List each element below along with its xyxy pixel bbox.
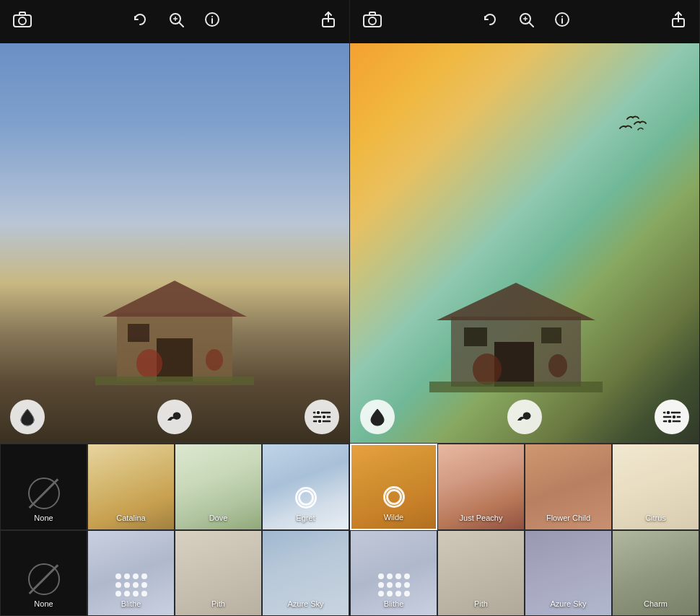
filter-label-wilde: Wilde: [384, 513, 404, 522]
filter-label-pith-right: Pith: [474, 599, 488, 608]
svg-rect-13: [157, 338, 193, 382]
right-panel: Wilde Just Peachy Flower Child Citrus Bl…: [350, 0, 700, 616]
filter-label-none-left-2: None: [34, 599, 53, 608]
svg-line-28: [529, 22, 533, 27]
zoom-icon-left[interactable]: [168, 12, 184, 32]
right-image-area: [350, 43, 699, 443]
ring2: [298, 490, 314, 506]
filter-label-catalina: Catalina: [116, 514, 145, 522]
filter-wilde[interactable]: Wilde: [350, 444, 437, 530]
filter-pith-right[interactable]: Pith: [437, 530, 525, 617]
zoom-icon-right[interactable]: [518, 12, 534, 32]
svg-rect-39: [541, 327, 561, 343]
filter-label-pith-left: Pith: [211, 599, 225, 608]
svg-point-46: [666, 410, 670, 415]
share-icon-left[interactable]: [320, 12, 336, 32]
svg-point-15: [136, 349, 162, 378]
sliders-btn-left[interactable]: [305, 400, 339, 434]
info-icon-left[interactable]: [204, 12, 220, 32]
none-icon-left-2: [28, 563, 60, 595]
right-toolbar-center: [482, 12, 570, 32]
wilde-ring2: [386, 489, 402, 505]
filter-label-azuresky-left: Azure Sky: [287, 599, 323, 608]
svg-point-9: [211, 16, 213, 17]
right-filter-grid: Wilde Just Peachy Flower Child Citrus Bl…: [350, 443, 699, 616]
filter-label-just-peachy: Just Peachy: [460, 514, 503, 522]
barn-svg-right: [429, 270, 603, 392]
filter-label-blithe-left: Blithe: [121, 599, 141, 608]
svg-point-25: [369, 17, 376, 25]
filter-dove[interactable]: Dove: [175, 444, 262, 530]
left-toolbar-center: [132, 12, 220, 32]
filter-catalina[interactable]: Catalina: [87, 444, 175, 530]
filter-azuresky-right[interactable]: Azure Sky: [525, 530, 612, 617]
camera-icon-left[interactable]: [13, 12, 32, 32]
svg-rect-17: [95, 377, 254, 385]
filter-egret[interactable]: Egret: [262, 444, 349, 530]
svg-point-40: [473, 353, 502, 385]
filter-label-azuresky-right: Azure Sky: [550, 599, 586, 608]
svg-rect-14: [128, 324, 149, 342]
filter-none-left-2[interactable]: None: [0, 530, 87, 617]
right-image: [350, 43, 699, 443]
left-image-area: [0, 43, 349, 443]
droplet-btn-right[interactable]: [360, 400, 395, 434]
sliders-btn-right[interactable]: [655, 400, 689, 434]
left-filter-grid: None Catalina Dove Egret None: [0, 443, 349, 616]
camera-icon-right[interactable]: [363, 12, 382, 32]
bird-btn-right[interactable]: [507, 400, 542, 434]
left-toolbar: [0, 0, 349, 43]
filter-none-left-1[interactable]: None: [0, 444, 87, 530]
svg-point-21: [316, 410, 320, 415]
undo-icon-left[interactable]: [132, 12, 148, 32]
filter-label-dove: Dove: [209, 514, 228, 522]
svg-rect-26: [369, 12, 375, 15]
svg-point-41: [548, 354, 567, 377]
svg-point-33: [561, 16, 563, 17]
left-image-controls: [0, 400, 349, 434]
svg-point-23: [318, 419, 322, 423]
undo-icon-right[interactable]: [482, 12, 498, 32]
svg-rect-42: [429, 382, 603, 392]
bird-btn-left[interactable]: [157, 400, 192, 434]
left-image: [0, 43, 349, 443]
right-toolbar: [350, 0, 699, 43]
filter-label-none-left-1: None: [34, 514, 53, 522]
filter-label-flower-child: Flower Child: [546, 514, 590, 522]
filter-label-citrus: Citrus: [645, 514, 666, 522]
filter-flower-child[interactable]: Flower Child: [525, 444, 612, 530]
svg-line-4: [179, 22, 183, 27]
droplet-btn-left[interactable]: [10, 400, 45, 434]
wilde-ring-icon: [381, 484, 407, 510]
filter-charm[interactable]: Charm: [612, 530, 699, 617]
birds-svg: [584, 108, 656, 151]
svg-marker-12: [102, 281, 247, 317]
svg-point-1: [19, 17, 26, 25]
filter-label-blithe-right: Blithe: [384, 599, 404, 608]
filter-citrus[interactable]: Citrus: [612, 444, 699, 530]
info-icon-right[interactable]: [554, 12, 570, 32]
blithe-right-dots: [378, 573, 410, 597]
filter-pith-left[interactable]: Pith: [175, 530, 262, 617]
svg-point-48: [668, 419, 672, 423]
svg-point-22: [322, 415, 326, 419]
svg-point-16: [206, 349, 223, 371]
svg-point-47: [672, 415, 676, 419]
right-image-controls: [350, 400, 699, 434]
svg-marker-36: [437, 283, 595, 320]
share-icon-right[interactable]: [670, 12, 686, 32]
filter-blithe-left[interactable]: Blithe: [87, 530, 175, 617]
filter-azuresky-left[interactable]: Azure Sky: [262, 530, 349, 617]
filter-label-charm: Charm: [644, 599, 668, 608]
blithe-left-dots: [115, 573, 147, 597]
filter-label-egret: Egret: [296, 514, 315, 522]
egret-ring-icon: [293, 485, 319, 511]
filter-blithe-right[interactable]: Blithe: [350, 530, 437, 617]
svg-rect-38: [464, 327, 487, 346]
barn-svg-left: [95, 270, 254, 385]
filter-just-peachy[interactable]: Just Peachy: [437, 444, 525, 530]
none-icon-left-1: [28, 478, 60, 509]
left-panel: None Catalina Dove Egret None: [0, 0, 350, 616]
svg-rect-2: [19, 12, 25, 15]
